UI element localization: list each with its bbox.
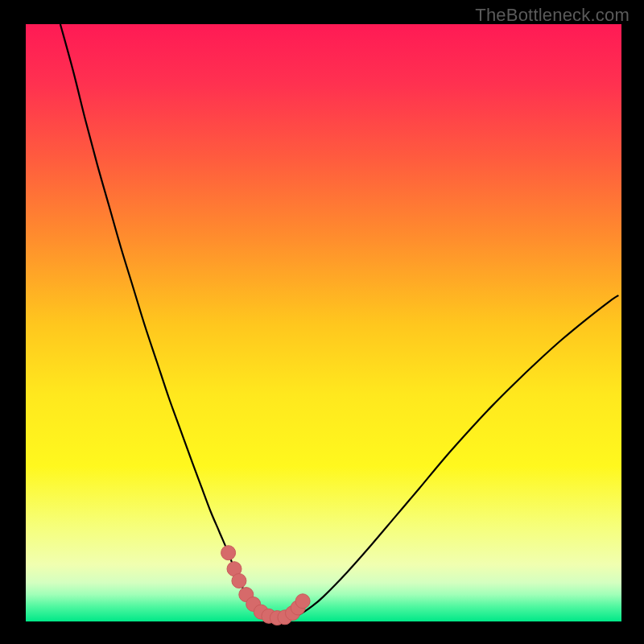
marker-point [232, 574, 246, 588]
chart-frame: TheBottleneck.com [0, 0, 644, 644]
marker-point [221, 546, 236, 560]
chart-svg [0, 0, 644, 644]
marker-point [295, 594, 310, 609]
gradient-background [26, 24, 621, 621]
